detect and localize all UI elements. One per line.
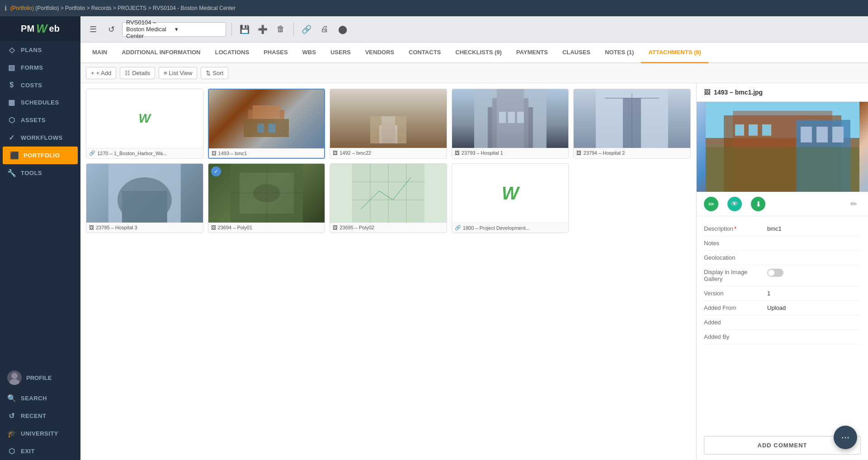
link-icon: 🔗: [455, 225, 461, 231]
attachment-item[interactable]: ✓: [208, 89, 326, 159]
sidebar-item-costs[interactable]: $ COSTS: [0, 76, 80, 94]
svg-rect-44: [801, 127, 812, 142]
sidebar-item-workflows[interactable]: ✓ WORKFLOWS: [0, 129, 80, 147]
svg-rect-15: [508, 112, 515, 123]
sort-button[interactable]: ⇅ Sort: [201, 67, 228, 79]
tab-main[interactable]: MAIN: [85, 43, 114, 63]
tab-contacts[interactable]: CONTACTS: [401, 43, 448, 63]
sidebar-item-search[interactable]: 🔍 SEARCH: [0, 389, 80, 407]
attachment-layout: W 🔗 1270 – 1_Boston_Harbor_Wa... ✓: [80, 83, 868, 460]
field-added: Added: [704, 315, 861, 330]
attachment-item[interactable]: W 🔗 1270 – 1_Boston_Harbor_Wa...: [86, 89, 203, 159]
attachment-item[interactable]: ✓ 🖼 23694 – Poly01: [208, 163, 326, 233]
plus-icon: +: [91, 70, 94, 76]
image-icon: 🖼: [212, 151, 217, 156]
attachment-item[interactable]: 🖼 23794 – Hospital 2: [573, 89, 691, 159]
top-bar: ℹ (Portfolio) (Portfolio) > Portfolio > …: [0, 0, 868, 16]
svg-rect-16: [517, 112, 524, 123]
tab-wbs[interactable]: WBS: [295, 43, 323, 63]
delete-button[interactable]: 🗑: [274, 22, 288, 37]
tabs-bar: MAIN ADDITIONAL INFORMATION LOCATIONS PH…: [80, 43, 868, 63]
image-icon: 🖼: [333, 150, 338, 156]
svg-rect-9: [382, 116, 395, 143]
tab-clauses[interactable]: CLAUSES: [555, 43, 598, 63]
tab-attachments[interactable]: ATTACHMENTS (9): [641, 43, 708, 63]
svg-rect-42: [749, 124, 758, 136]
link-icon: 🔗: [89, 150, 95, 156]
download-action-button[interactable]: ⬇: [751, 197, 765, 211]
attachment-item[interactable]: 🖼 23795 – Hospital 3: [86, 163, 203, 233]
tab-locations[interactable]: LOCATIONS: [208, 43, 257, 63]
sidebar-item-tools[interactable]: 🔧 TOOLS: [0, 164, 80, 182]
svg-rect-23: [122, 191, 167, 223]
sidebar-item-forms[interactable]: ▤ FORMS: [0, 59, 80, 76]
sidebar-item-university[interactable]: 🎓 UNIVERSITY: [0, 425, 80, 442]
plans-icon: ◇: [7, 46, 16, 54]
svg-point-1: [9, 379, 19, 385]
svg-rect-46: [832, 127, 844, 142]
tab-notes[interactable]: NOTES (1): [598, 43, 641, 63]
toggle-button[interactable]: ⬤: [335, 22, 350, 37]
edit-action-button[interactable]: ✏: [704, 197, 718, 211]
attachment-item[interactable]: W 🔗 1800 – Project Development...: [452, 163, 569, 233]
attachment-grid: W 🔗 1270 – 1_Boston_Harbor_Wa... ✓: [80, 83, 696, 460]
toolbar: ☰ ↺ RVS0104 – Boston Medical Center ▾ 💾 …: [80, 16, 868, 43]
image-icon: 🖼: [576, 150, 581, 156]
attachment-item[interactable]: 🖼 23695 – Poly02: [330, 163, 447, 233]
display-gallery-toggle[interactable]: [767, 269, 783, 277]
search-icon: 🔍: [7, 394, 16, 403]
svg-rect-41: [735, 124, 744, 136]
print-button[interactable]: 🖨: [317, 22, 332, 37]
detail-header-icon: 🖼: [704, 89, 710, 96]
undo-button[interactable]: ↺: [104, 22, 118, 37]
attachment-item[interactable]: 🖼 23793 – Hospital 1: [452, 89, 569, 159]
tab-vendors[interactable]: VENDORS: [358, 43, 401, 63]
image-icon: 🖼: [211, 225, 216, 230]
breadcrumb: (Portfolio) (Portfolio) > Portfolio > Re…: [10, 5, 236, 11]
svg-rect-14: [499, 112, 506, 123]
sidebar-item-exit[interactable]: ⬡ EXIT: [0, 442, 80, 460]
tab-additional[interactable]: ADDITIONAL INFORMATION: [114, 43, 208, 63]
svg-rect-40: [706, 147, 859, 192]
sidebar-item-profile[interactable]: PROFILE: [0, 366, 80, 389]
tab-users[interactable]: USERS: [323, 43, 358, 63]
list-view-button[interactable]: ≡ List View: [159, 67, 197, 79]
action-bar: + + Add ☷ Details ≡ List View ⇅ Sort: [80, 63, 868, 83]
university-icon: 🎓: [7, 429, 16, 438]
sidebar-logo: PM W eb: [0, 16, 80, 41]
add-attachment-button[interactable]: + + Add: [86, 67, 116, 79]
list-view-icon: ≡: [164, 70, 167, 76]
sidebar-item-recent[interactable]: ↺ RECENT: [0, 407, 80, 425]
attachment-item[interactable]: 🖼 1492 – bmc22: [330, 89, 447, 159]
more-action-button[interactable]: ✏: [846, 197, 861, 211]
save-button[interactable]: 💾: [237, 22, 252, 37]
view-action-button[interactable]: 👁: [727, 197, 742, 211]
schedules-icon: ▦: [7, 98, 16, 107]
image-icon: 🖼: [89, 225, 94, 230]
info-icon[interactable]: ℹ: [5, 5, 7, 12]
link-button[interactable]: 🔗: [299, 22, 314, 37]
avatar: [7, 370, 22, 385]
detail-panel: 🖼 1493 – bmc1.jpg: [696, 83, 868, 460]
forms-icon: ▤: [7, 63, 16, 72]
tab-payments[interactable]: PAYMENTS: [509, 43, 555, 63]
record-dropdown[interactable]: RVS0104 – Boston Medical Center ▾: [122, 22, 226, 37]
content-area: ☰ ↺ RVS0104 – Boston Medical Center ▾ 💾 …: [80, 16, 868, 460]
sidebar-item-plans[interactable]: ◇ PLANS: [0, 41, 80, 59]
sidebar-item-schedules[interactable]: ▦ SCHEDULES: [0, 94, 80, 111]
tab-phases[interactable]: PHASES: [256, 43, 295, 63]
sidebar-item-assets[interactable]: ⬡ ASSETS: [0, 111, 80, 129]
sort-icon: ⇅: [206, 70, 211, 76]
image-icon: 🖼: [455, 150, 460, 156]
add-button[interactable]: ➕: [255, 22, 270, 37]
field-version: Version 1: [704, 286, 861, 301]
tab-checklists[interactable]: CHECKLISTS (9): [448, 43, 509, 63]
costs-icon: $: [7, 81, 16, 89]
menu-button[interactable]: ☰: [86, 22, 100, 37]
svg-rect-45: [816, 127, 828, 142]
exit-icon: ⬡: [7, 447, 16, 455]
details-button[interactable]: ☷ Details: [120, 67, 155, 79]
fab-button[interactable]: ···: [834, 426, 857, 449]
sidebar-item-portfolio[interactable]: ⬛ PORTFOLIO: [3, 147, 78, 164]
tools-icon: 🔧: [7, 169, 16, 177]
